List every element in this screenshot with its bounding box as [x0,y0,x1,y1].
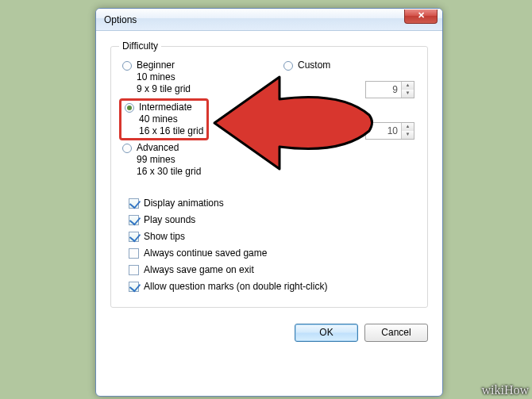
radio-icon [125,103,134,113]
radio-advanced[interactable]: Advanced 99 mines 16 x 30 tile grid [119,140,274,181]
options-dialog: Options ✕ Difficulty Beginner 10 mines 9… [95,8,443,397]
checkbox-icon [129,282,139,292]
chevron-up-icon[interactable]: ▲ [401,82,414,90]
difficulty-legend: Difficulty [119,40,161,52]
chevron-down-icon[interactable]: ▼ [401,131,414,139]
radio-icon [283,61,293,71]
checkbox-label: Allow question marks (on double right-cl… [144,281,327,292]
checkbox-label: Play sounds [144,214,195,225]
checkbox-label: Show tips [144,231,185,242]
check-display-animations[interactable]: Display animations [119,198,419,209]
radio-label: Advanced 99 mines 16 x 30 tile grid [137,142,201,178]
checkbox-icon [129,232,139,242]
checkbox-icon [129,215,139,225]
button-row: OK Cancel [110,324,428,342]
checkbox-label: Always save game on exit [144,264,254,275]
highlight-intermediate: Intermediate 40 mines 16 x 16 tile grid [119,98,209,140]
ok-button[interactable]: OK [295,324,358,342]
check-continue-saved[interactable]: Always continue saved game [119,247,419,259]
radio-icon [122,144,132,153]
radio-label: Custom [298,59,330,71]
chevron-up-icon[interactable]: ▲ [401,123,414,131]
dialog-body: Difficulty Beginner 10 mines 9 x 9 tile … [96,31,442,350]
radio-label: Beginner 10 mines 9 x 9 tile grid [137,59,191,95]
window-title: Options [104,14,137,25]
close-button[interactable]: ✕ [404,10,438,24]
radio-beginner[interactable]: Beginner 10 mines 9 x 9 tile grid [119,58,274,98]
chevron-down-icon[interactable]: ▼ [401,90,414,98]
radio-icon [122,61,132,71]
checkbox-icon [129,265,139,275]
check-question-marks[interactable]: Allow question marks (on double right-cl… [119,281,419,292]
custom-width-input[interactable]: 10 ▲ ▼ [365,122,414,140]
checkbox-icon [129,248,139,259]
radio-intermediate[interactable]: Intermediate 40 mines 16 x 16 tile grid [123,102,205,137]
radio-custom[interactable]: Custom [280,58,419,75]
spin-value: 9 [366,84,401,95]
cancel-button[interactable]: Cancel [364,324,428,342]
custom-column: Custom 9 ▲ ▼ 1 [280,58,419,140]
radio-label: Intermediate 40 mines 16 x 16 tile grid [139,102,203,137]
check-play-sounds[interactable]: Play sounds [119,214,419,225]
watermark: wikiHow [481,383,529,397]
checkbox-icon [129,198,139,209]
custom-height-input[interactable]: 9 ▲ ▼ [365,81,414,98]
checkbox-label: Display animations [144,198,224,209]
titlebar[interactable]: Options ✕ [96,9,442,31]
close-icon: ✕ [418,10,425,20]
spin-value: 10 [366,125,401,136]
check-save-on-exit[interactable]: Always save game on exit [119,264,419,275]
difficulty-group: Difficulty Beginner 10 mines 9 x 9 tile … [110,40,428,308]
checkbox-label: Always continue saved game [144,247,267,259]
check-show-tips[interactable]: Show tips [119,231,419,242]
